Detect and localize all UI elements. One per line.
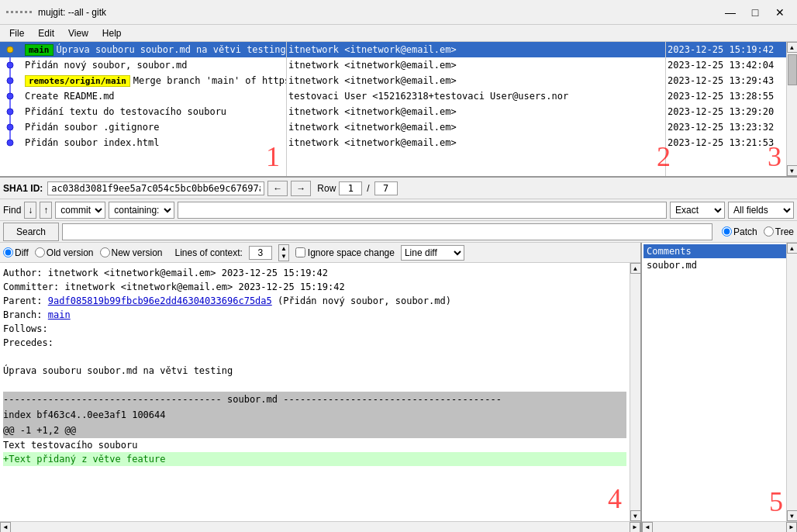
author-text: itnetwork <itnetwork@email.em> (288, 137, 457, 148)
new-version-radio[interactable] (100, 247, 110, 257)
file-list-scrollbar[interactable]: ▲ ▼ (786, 243, 797, 521)
author-row[interactable]: itnetwork <itnetwork@email.em> (287, 42, 665, 57)
parent-hash-link[interactable]: 9adf085819b99fbcb96e2dd46304033696c75da5 (48, 295, 272, 306)
diff-hscroll-right[interactable]: ▶ (630, 522, 640, 533)
file-hscroll-left[interactable]: ◀ (642, 522, 653, 533)
new-version-radio-label[interactable]: New version (100, 247, 163, 258)
row-total-input[interactable] (374, 181, 398, 195)
maximize-button[interactable]: □ (744, 2, 766, 23)
exact-select[interactable]: Exact IgnCase Regexp (670, 202, 725, 219)
date-row[interactable]: 2023-12-25 13:29:20 (666, 104, 786, 119)
file-list-item-comments[interactable]: Comments (643, 244, 795, 258)
diff-content[interactable]: Author: itnetwork <itnetwork@email.em> 2… (0, 263, 630, 521)
commit-row[interactable]: Přidání textu do testovacího souboru (0, 104, 286, 119)
diff-hscroll-track[interactable] (11, 522, 630, 533)
commit-message: Přidán nový soubor, soubor.md (25, 60, 188, 71)
file-scroll-down[interactable]: ▼ (787, 510, 798, 521)
commit-author-column[interactable]: itnetwork <itnetwork@email.em> itnetwork… (287, 42, 666, 176)
find-input[interactable] (178, 202, 667, 219)
linediff-select[interactable]: Line diff Markup diff Word diff (401, 245, 464, 261)
commit-row[interactable]: Přidán soubor .gitignore (0, 119, 286, 135)
patch-radio[interactable] (722, 226, 732, 237)
commit-row[interactable]: main Úprava souboru soubor.md na větvi t… (0, 42, 286, 57)
scroll-thumb[interactable] (788, 54, 797, 85)
file-list-hscrollbar[interactable]: ◀ ▶ (642, 521, 797, 532)
tree-radio[interactable] (764, 226, 774, 237)
find-down-button[interactable]: ↓ (24, 202, 36, 219)
nav-forward-button[interactable]: → (291, 181, 311, 196)
commit-message: Přidán soubor index.html (25, 137, 159, 148)
search-button[interactable]: Search (3, 223, 59, 241)
author-text: itnetwork <itnetwork@email.em> (288, 106, 457, 117)
menu-edit[interactable]: Edit (32, 26, 60, 40)
nav-back-button[interactable]: ← (267, 181, 288, 196)
diff-radio[interactable] (3, 247, 13, 257)
close-button[interactable]: ✕ (769, 2, 791, 23)
ignore-space-checkbox[interactable] (295, 247, 305, 257)
branch-link[interactable]: main (48, 309, 71, 320)
tag-remote: remotes/origin/main (25, 75, 130, 87)
find-type-select[interactable]: commit (55, 202, 105, 219)
author-text: itnetwork <itnetwork@email.em> (288, 75, 457, 86)
graph-cell (2, 73, 25, 88)
diff-hunk-line: @@ -1 +1,2 @@ (3, 423, 626, 438)
author-row[interactable]: itnetwork <itnetwork@email.em> (287, 119, 665, 135)
date-row[interactable]: 2023-12-25 13:21:53 (666, 135, 786, 150)
diff-index-line: index bf463c4..0ee3af1 100644 (3, 407, 626, 423)
context-down-button[interactable]: ▼ (279, 253, 288, 261)
context-up-button[interactable]: ▲ (279, 245, 288, 253)
scroll-up-button[interactable]: ▲ (787, 42, 798, 53)
scroll-down-button[interactable]: ▼ (787, 165, 798, 176)
file-hscroll-right[interactable]: ▶ (786, 522, 797, 533)
tree-radio-label[interactable]: Tree (764, 226, 794, 237)
author-row[interactable]: itnetwork <itnetwork@email.em> (287, 73, 665, 88)
diff-hscrollbar[interactable]: ◀ ▶ (0, 521, 640, 532)
author-row[interactable]: itnetwork <itnetwork@email.em> (287, 104, 665, 119)
file-hscroll-track[interactable] (653, 522, 786, 533)
date-row[interactable]: 2023-12-25 13:28:55 (666, 88, 786, 104)
patch-radio-label[interactable]: Patch (722, 226, 757, 237)
diff-scroll-up[interactable]: ▲ (630, 263, 641, 274)
search-result-input[interactable] (62, 223, 712, 240)
menu-view[interactable]: View (62, 26, 95, 40)
author-row[interactable]: itnetwork <itnetwork@email.em> (287, 57, 665, 73)
date-row[interactable]: 2023-12-25 13:29:43 (666, 73, 786, 88)
commit-row[interactable]: remotes/origin/main Merge branch 'main' … (0, 73, 286, 88)
sha-label: SHA1 ID: (3, 183, 43, 194)
file-list-content[interactable]: Comments soubor.md (642, 243, 797, 532)
context-input[interactable] (249, 246, 272, 260)
all-fields-select[interactable]: All fields Headline Comments Author Comm… (728, 202, 794, 219)
diff-precedes-line: Precedes: (3, 337, 53, 348)
sha-input[interactable] (47, 181, 264, 195)
row-current-input[interactable] (339, 181, 362, 195)
find-containing-select[interactable]: containing: (109, 202, 174, 219)
menu-file[interactable]: File (3, 26, 30, 40)
commit-row[interactable]: Přidán soubor index.html (0, 135, 286, 150)
menu-help[interactable]: Help (96, 26, 128, 40)
diff-scroll-down[interactable]: ▼ (630, 510, 641, 521)
date-row[interactable]: 2023-12-25 13:42:04 (666, 57, 786, 73)
diff-radio-label[interactable]: Diff (3, 247, 29, 258)
context-spinner[interactable]: ▲ ▼ (278, 244, 289, 261)
date-row[interactable]: 2023-12-25 13:23:32 (666, 119, 786, 135)
commit-graph-column[interactable]: main Úprava souboru soubor.md na větvi t… (0, 42, 287, 176)
diff-label: Diff (15, 247, 29, 258)
window-grip (6, 11, 32, 13)
commit-row[interactable]: Create README.md (0, 88, 286, 104)
old-version-radio-label[interactable]: Old version (35, 247, 94, 258)
minimize-button[interactable]: — (719, 2, 741, 23)
ignore-space-label[interactable]: Ignore space change (295, 247, 395, 258)
date-row[interactable]: 2023-12-25 15:19:42 (666, 42, 786, 57)
diff-hscroll-left[interactable]: ◀ (0, 522, 11, 533)
commit-date-column[interactable]: 2023-12-25 15:19:42 2023-12-25 13:42:04 … (666, 42, 786, 176)
author-row[interactable]: testovaci User <152162318+testovaci User… (287, 88, 665, 104)
author-row[interactable]: itnetwork <itnetwork@email.em> (287, 135, 665, 150)
find-up-button[interactable]: ↑ (40, 202, 52, 219)
commit-row[interactable]: Přidán nový soubor, soubor.md (0, 57, 286, 73)
commit-scrollbar[interactable]: ▲ ▼ (786, 42, 797, 176)
file-scroll-up[interactable]: ▲ (787, 243, 798, 254)
row-separator: / (367, 183, 369, 194)
file-list-item-soubor[interactable]: soubor.md (643, 258, 795, 272)
old-version-radio[interactable] (35, 247, 45, 257)
diff-scrollbar[interactable]: ▲ ▼ (630, 263, 640, 521)
